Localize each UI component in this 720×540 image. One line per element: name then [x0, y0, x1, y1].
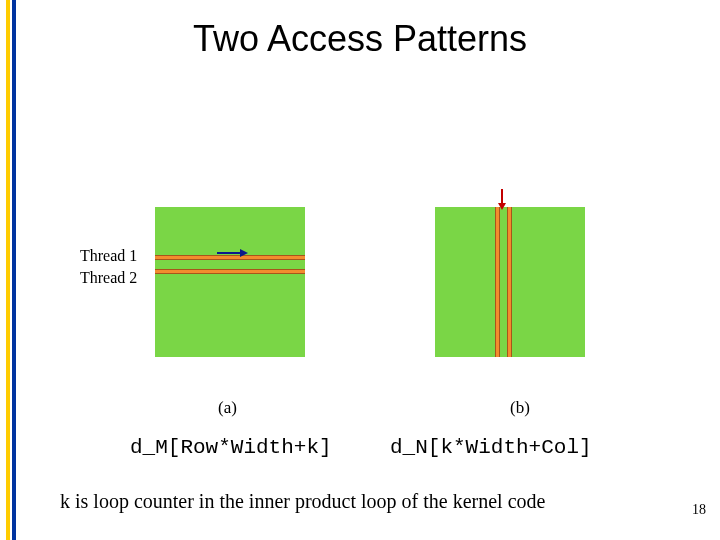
thread2-label: Thread 2 — [80, 269, 137, 287]
arrow-right-icon — [240, 249, 248, 257]
matrix-n-label: d_N — [441, 185, 469, 202]
matrix-m-box — [155, 207, 305, 357]
arrow-right-shaft — [217, 252, 241, 254]
slide-title: Two Access Patterns — [0, 18, 720, 60]
expression-a: d_M[Row*Width+k] — [130, 436, 332, 459]
col-band-2 — [507, 207, 512, 357]
row-band-1 — [155, 255, 305, 260]
arrow-down-icon — [498, 203, 506, 210]
expression-b: d_N[k*Width+Col] — [390, 436, 592, 459]
footnote-text: k is loop counter in the inner product l… — [60, 490, 700, 513]
matrix-m-label: d_M — [161, 185, 191, 202]
panel-b-label: (b) — [510, 398, 530, 418]
page-number: 18 — [692, 502, 706, 518]
row-band-2 — [155, 269, 305, 274]
diagram: d_M d_N Thread 1 Thread 2 WIDTH WIDTH — [155, 185, 625, 395]
accent-yellow — [6, 0, 10, 540]
thread1-label: Thread 1 — [80, 247, 137, 265]
accent-blue — [12, 0, 16, 540]
col-band-1 — [495, 207, 500, 357]
width-side-caption: WIDTH — [597, 280, 607, 310]
width-bottom-caption: WIDTH — [211, 360, 241, 370]
accent-sidebar — [0, 0, 18, 540]
panel-a-label: (a) — [218, 398, 237, 418]
